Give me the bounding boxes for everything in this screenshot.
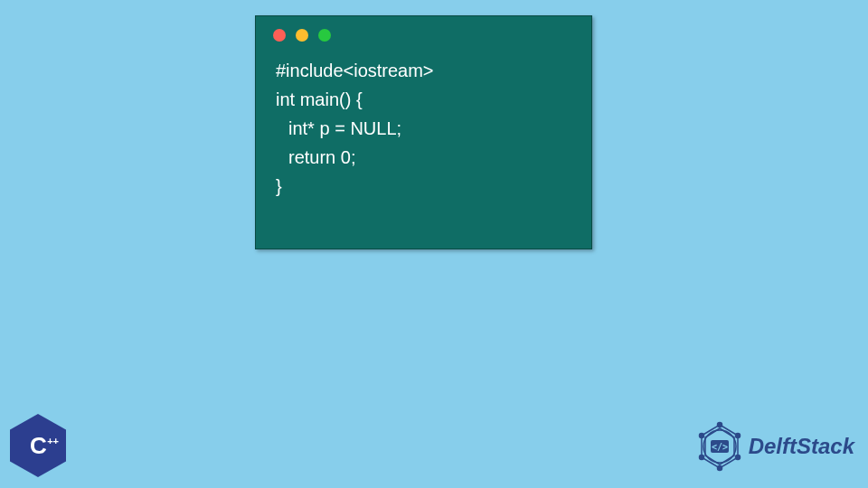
svg-point-3: [735, 455, 740, 460]
svg-point-6: [699, 434, 703, 438]
code-line: #include<iostream>: [276, 56, 571, 85]
svg-point-2: [735, 434, 740, 438]
svg-point-1: [717, 423, 722, 427]
delftstack-logo: </> DelftStack: [694, 421, 854, 472]
window-controls: [256, 16, 591, 47]
cpp-hexagon-icon: C ++: [10, 414, 66, 477]
svg-point-4: [717, 466, 722, 471]
code-line: return 0;: [276, 143, 571, 172]
close-dot-icon: [273, 29, 286, 42]
code-content: #include<iostream> int main() { int* p =…: [256, 47, 591, 210]
svg-text:</>: </>: [712, 442, 728, 452]
svg-point-5: [699, 455, 703, 460]
delftstack-text: DelftStack: [749, 434, 854, 459]
delftstack-emblem-icon: </>: [694, 421, 745, 472]
code-line: int* p = NULL;: [276, 114, 571, 143]
cpp-language-badge: C ++: [10, 414, 66, 477]
code-line: int main() {: [276, 85, 571, 114]
code-line: }: [276, 172, 571, 201]
maximize-dot-icon: [318, 29, 331, 42]
cpp-letter: C: [30, 432, 46, 460]
code-window: #include<iostream> int main() { int* p =…: [255, 15, 592, 249]
minimize-dot-icon: [296, 29, 308, 42]
cpp-plus: ++: [47, 437, 59, 446]
